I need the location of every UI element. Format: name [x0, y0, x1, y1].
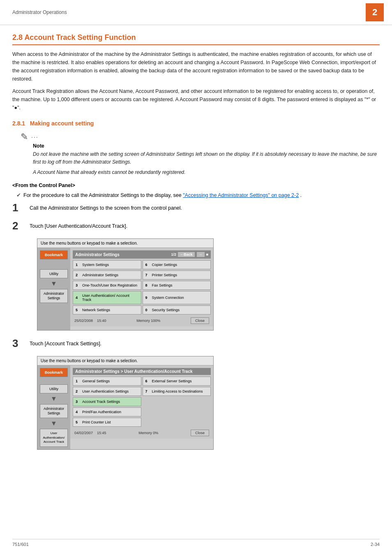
sub-heading: 2.8.1 Making account setting — [12, 120, 380, 127]
note-container: ✎ ... Note Do not leave the machine with… — [21, 132, 380, 177]
screen2-arrow2-icon: ▼ — [51, 420, 57, 427]
screen2-content: Administrator Settings > User Authentica… — [70, 365, 213, 449]
screen1-bookmark-btn[interactable]: Bookmark — [40, 250, 68, 259]
page-number-box: 2 — [366, 3, 384, 21]
subsection-title: Making account setting — [30, 120, 94, 127]
control-panel-label: <From the Control Panel> — [12, 183, 380, 188]
screen2-btn-1[interactable]: 1 General Settings — [73, 377, 141, 386]
header-title: Administrator Operations — [12, 9, 67, 15]
screen2-btn-2[interactable]: 2 User Authentication Settings — [73, 387, 141, 396]
section-title: Account Track Setting Function — [24, 33, 136, 42]
screen2-grid: 1 General Settings 6 External Server Set… — [73, 377, 211, 427]
step-2: 2 Touch [User Authentication/Account Tra… — [12, 220, 380, 231]
screen1-sidebar-panel: Bookmark Utility ▼ Administrator Setting… — [37, 248, 213, 330]
main-content: 2.8 Account Track Setting Function When … — [0, 25, 392, 466]
screen1-btn-4[interactable]: 4 User Authentication/ Account Track — [73, 291, 141, 304]
screen1-footer: 25/02/2008 15:40 Memory 100% Close — [73, 316, 211, 324]
screen1-sidebar: Bookmark Utility ▼ Administrator Setting… — [37, 248, 70, 330]
screen-mockup-2: Use the menu buttons or keypad to make a… — [37, 356, 214, 449]
screen2-close-btn[interactable]: Close — [191, 430, 209, 436]
screen2-user-auth-btn[interactable]: User Authentication/ Account Track — [40, 429, 68, 446]
note-dots: ... — [31, 132, 39, 139]
screen2-empty-cell3 — [143, 418, 211, 427]
screen2-inner: Administrator Settings > User Authentica… — [70, 365, 213, 439]
bullet-item: ✔ For the procedure to call the Administ… — [16, 192, 380, 199]
note-symbol-icon: ✎ — [21, 132, 28, 141]
page-footer: 751/601 2-34 — [12, 539, 380, 547]
screen1-btn-8[interactable]: 8 Fax Settings — [143, 281, 211, 290]
step-2-text: Touch [User Authentication/Account Track… — [30, 220, 127, 230]
checkmark-icon: ✔ — [16, 192, 21, 198]
screen2-footer: 04/02/2007 15:45 Memory 0% Close — [73, 428, 211, 436]
screen1-title: Administrator Settings — [75, 252, 120, 257]
section-number: 2.8 — [12, 33, 23, 42]
screen1-footer-date: 25/02/2008 15:40 — [74, 319, 106, 323]
screen2-btn-3[interactable]: 3 Account Track Settings — [73, 397, 141, 406]
screen2-bookmark-btn[interactable]: Bookmark — [40, 368, 68, 377]
note-label: Note — [33, 143, 380, 149]
screen1-utility-btn[interactable]: Utility — [40, 269, 68, 278]
screen1-close-btn[interactable]: Close — [191, 317, 209, 324]
page-header: Administrator Operations 2 — [0, 0, 392, 25]
screen1-btn-1[interactable]: 1 System Settings — [73, 260, 141, 269]
step-3-number: 3 — [12, 338, 24, 349]
screen1-btn-5[interactable]: 5 Network Settings — [73, 305, 141, 314]
screen2-btn-5[interactable]: 5 Print Counter List — [73, 418, 141, 427]
screen2-arrow1-icon: ▼ — [51, 395, 57, 402]
screen1-forward-btn[interactable]: → — [196, 252, 205, 257]
screen1-content: Administrator Settings 1/2 ←Back → ■ 1 — [70, 248, 213, 330]
screen1-back-btn[interactable]: ←Back — [178, 252, 195, 257]
intro-para1: When access to the Administrator of the … — [12, 50, 380, 83]
screen1-admin-btn[interactable]: Administrator Settings — [40, 289, 68, 303]
page-container: Administrator Operations 2 2.8 Account T… — [0, 0, 392, 555]
screen2-btn-7[interactable]: 7 Limiting Access to Destinations — [143, 387, 211, 396]
screen2-sidebar: Bookmark Utility ▼ Administrator Setting… — [37, 365, 70, 449]
step-2-number: 2 — [12, 220, 24, 231]
screen2-btn-6[interactable]: 6 External Server Settings — [143, 377, 211, 386]
screen1-btn-2[interactable]: 2 Administrator Settings — [73, 271, 141, 280]
screen2-title: Administrator Settings > User Authentica… — [75, 369, 193, 374]
screen-mockup-1: Use the menu buttons or keypad to make a… — [37, 238, 214, 331]
screen1-title-bar: Administrator Settings 1/2 ←Back → ■ — [73, 250, 211, 259]
screen1-btn-6[interactable]: 6 Copier Settings — [143, 260, 211, 269]
footer-right: 2-34 — [371, 542, 380, 547]
screen1-grid: 1 System Settings 6 Copier Settings 2 Ad… — [73, 260, 211, 314]
screen1-nav: 1/2 ←Back → ■ — [171, 252, 208, 257]
footer-left: 751/601 — [12, 542, 29, 547]
screen1-btn-0[interactable]: 0 Security Settings — [143, 305, 211, 314]
note-text1: Do not leave the machine with the settin… — [33, 150, 380, 166]
screen2-title-bar: Administrator Settings > User Authentica… — [73, 368, 211, 375]
screen2-empty-cell — [143, 397, 211, 406]
admin-settings-link[interactable]: "Accessing the Administrator Settings" o… — [183, 192, 299, 198]
subsection-number: 2.8.1 — [12, 120, 25, 127]
screen1-arrow-icon: ▼ — [51, 280, 57, 287]
section-heading: 2.8 Account Track Setting Function — [12, 33, 380, 45]
screen1-footer-memory: Memory 100% — [136, 319, 160, 323]
screen2-utility-btn[interactable]: Utility — [40, 384, 68, 393]
screen2-sidebar-panel: Bookmark Utility ▼ Administrator Setting… — [37, 365, 213, 449]
step-1: 1 Call the Administrator Settings to the… — [12, 202, 380, 213]
screen2-admin-btn[interactable]: Administrator Settings — [40, 404, 68, 418]
step-1-number: 1 — [12, 202, 24, 213]
screen2-empty-cell2 — [143, 407, 211, 416]
step-3: 3 Touch [Account Track Settings]. — [12, 338, 380, 349]
note-icon-row: ✎ ... — [21, 132, 380, 141]
screen1-btn-7[interactable]: 7 Printer Settings — [143, 271, 211, 280]
screen1-btn-9[interactable]: 9 System Connection — [143, 291, 211, 304]
screen2-footer-date: 04/02/2007 15:45 — [74, 431, 106, 435]
screen2-instruction: Use the menu buttons or keypad to make a… — [37, 356, 213, 365]
screen1-btn-3[interactable]: 3 One-Touch/User Box Registration — [73, 281, 141, 290]
intro-para2: Account Track Registration allows the Ac… — [12, 87, 380, 112]
step-1-text: Call the Administrator Settings to the s… — [30, 202, 182, 212]
note-text2: A Account Name that already exists canno… — [33, 169, 380, 176]
screen1-inner: Administrator Settings 1/2 ←Back → ■ 1 — [70, 248, 213, 326]
page-number: 2 — [372, 7, 377, 18]
bullet-text: For the procedure to call the Administra… — [23, 192, 302, 199]
screen1-instruction: Use the menu buttons or keypad to make a… — [37, 239, 213, 248]
screen2-footer-memory: Memory 0% — [138, 431, 158, 435]
screen2-btn-4[interactable]: 4 Print/Fax Authentication — [73, 407, 141, 416]
step-3-text: Touch [Account Track Settings]. — [30, 338, 101, 348]
